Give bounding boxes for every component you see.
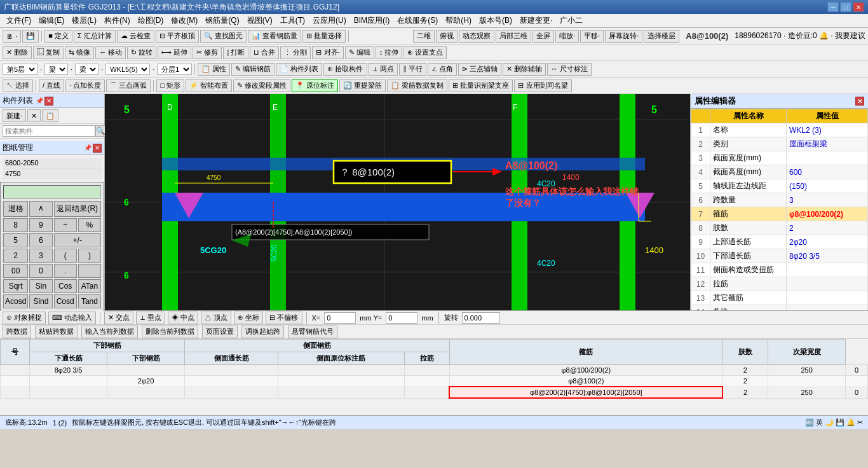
page-mgr-pin[interactable]: 📌 — [84, 144, 92, 151]
data-cell-1-9[interactable] — [846, 376, 868, 387]
attr-cell-8-2[interactable]: 2φ20 — [787, 235, 868, 249]
rotate-input[interactable] — [462, 312, 500, 324]
layer-select[interactable]: 分层1 — [157, 64, 192, 75]
calc-btn-tand[interactable]: Tand — [78, 294, 101, 308]
attr-cell-13-2[interactable] — [787, 305, 868, 311]
btn-perp[interactable]: ⊥ 垂点 — [136, 312, 165, 324]
calc-btn-sqrt[interactable]: Sqrt — [3, 279, 28, 293]
data-cell-1-0[interactable] — [1, 376, 30, 387]
calc-btn-6[interactable]: 6 — [29, 233, 52, 247]
calc-btn-9[interactable]: 9 — [29, 218, 52, 232]
menu-item-q[interactable]: 钢筋量(Q) — [201, 14, 243, 27]
btn-point-len[interactable]: · 点加长度 — [65, 79, 105, 92]
wkl-select[interactable]: WKL5(5) — [105, 64, 150, 75]
btn-paste-span[interactable]: 粘贴跨数据 — [35, 326, 78, 338]
data-cell-0-4[interactable] — [278, 365, 404, 376]
btn-select[interactable]: ↖ 选择 — [3, 79, 33, 92]
attr-cell-1-2[interactable]: 屋面框架梁 — [787, 137, 868, 151]
calc-btn-8[interactable]: 8 — [3, 218, 28, 232]
search-input[interactable] — [3, 125, 95, 137]
attr-cell-11-2[interactable] — [787, 277, 868, 291]
data-cell-2-0[interactable] — [1, 387, 30, 398]
btn-copy[interactable]: ⿺ 复制 — [33, 46, 64, 59]
menu-item-t[interactable]: 工具(T) — [276, 14, 309, 27]
calc-btn-return[interactable]: 返回结果(R) — [54, 201, 101, 217]
data-cell-2-4[interactable] — [278, 387, 404, 398]
floor-select[interactable]: 第5层 — [3, 64, 37, 75]
comp-list-close[interactable]: ✕ — [44, 97, 53, 106]
minimize-button[interactable]: ─ — [827, 2, 839, 12]
btn-new-comp[interactable]: 新建· — [3, 109, 26, 122]
data-cell-1-7[interactable]: 2 — [722, 376, 768, 387]
btn-three-axis[interactable]: ⊳ 三点辅轴 — [458, 63, 501, 76]
calc-btn-backspace[interactable]: 退格 — [3, 201, 28, 217]
data-cell-1-6[interactable]: φ8@100(2) — [449, 376, 722, 387]
data-cell-2-8[interactable]: 250 — [768, 387, 846, 398]
attr-cell-0-2[interactable]: WKL2 (3) — [787, 123, 868, 137]
drawing-area[interactable]: 5 5 D E F 6 6 5CG20 4C20 4C20 5C20 ？ 8@1… — [105, 94, 690, 310]
calc-btn-close[interactable]: ) — [78, 249, 101, 263]
data-cell-0-5[interactable] — [404, 365, 449, 376]
menu-item-f[interactable]: 文件(F) — [3, 14, 35, 27]
close-button[interactable]: ✕ — [853, 2, 864, 12]
toolbar-btn-new[interactable]: 🗎 · — [3, 30, 21, 43]
calc-btn-div[interactable]: ÷ — [54, 218, 77, 232]
btn-no-offset[interactable]: ⊟ 不偏移 — [266, 312, 302, 324]
calc-btn-acosd[interactable]: Acosd — [3, 294, 28, 308]
btn-dynamic-input[interactable]: ⌨ 动态输入 — [48, 312, 96, 324]
calc-btn-00[interactable]: 00 — [3, 264, 28, 278]
calc-btn-plusminus[interactable]: +/- — [54, 233, 101, 247]
menu-item-d[interactable]: 绘图(D) — [134, 14, 168, 27]
btn-del-comp[interactable]: ✕ — [27, 109, 41, 122]
btn-batch-seat[interactable]: ⊞ 批量识别梁支座 — [449, 79, 513, 92]
attr-close-btn[interactable]: ✕ — [855, 97, 864, 106]
attr-cell-6-2[interactable]: φ8@100/200(2) — [787, 207, 868, 221]
menu-item-v[interactable]: 视图(V) — [243, 14, 276, 27]
btn-edit[interactable]: ✎ 编辑 — [345, 46, 374, 59]
attr-cell-9-2[interactable]: 8φ20 3/5 — [787, 249, 868, 263]
btn-merge[interactable]: ⊔ 合并 — [250, 46, 279, 59]
btn-line[interactable]: / 直线 — [39, 79, 64, 92]
menu-item-[interactable]: 广小二 — [556, 14, 587, 27]
btn-extend[interactable]: ⟼ 延伸 — [158, 46, 191, 59]
toolbar-btn-cloud-check[interactable]: ☁ 云检查 — [117, 30, 154, 43]
btn-parallel[interactable]: ∥ 平行 — [399, 63, 426, 76]
btn-coord[interactable]: ⊕ 坐标 — [234, 312, 263, 324]
data-cell-0-7[interactable]: 2 — [722, 365, 768, 376]
toolbar-btn-select-floor[interactable]: 选择楼层 — [644, 30, 679, 43]
btn-in-situ[interactable]: 📍 原位标注 — [292, 79, 338, 92]
data-cell-0-9[interactable]: 0 — [846, 365, 868, 376]
attr-cell-10-2[interactable] — [787, 263, 868, 277]
btn-stretch[interactable]: ↕ 拉伸 — [376, 46, 403, 59]
calc-btn-dot[interactable]: . — [54, 264, 77, 278]
btn-copy-comp[interactable]: 📋 — [42, 109, 58, 122]
data-cell-0-8[interactable]: 250 — [768, 365, 846, 376]
btn-two-point[interactable]: ⊥ 两点 — [369, 63, 398, 76]
toolbar-btn-zoom[interactable]: 缩放· — [555, 30, 579, 43]
data-cell-2-3[interactable] — [185, 387, 278, 398]
menu-item-u[interactable]: 云应用(U) — [309, 14, 350, 27]
calc-btn-pct[interactable]: % — [78, 218, 101, 232]
toolbar-btn-find[interactable]: 🔍 查找图元 — [200, 30, 247, 43]
btn-del-axis[interactable]: ✕ 删除辅轴 — [503, 63, 546, 76]
btn-split[interactable]: ⋮ 分割 — [280, 46, 311, 59]
toolbar-btn-fullscreen[interactable]: 全屏 — [532, 30, 554, 43]
btn-trim[interactable]: ✂ 修剪 — [193, 46, 222, 59]
calc-btn-sind[interactable]: Sind — [29, 294, 52, 308]
menu-item-bimi[interactable]: BIM应用(I) — [350, 14, 394, 27]
calc-btn-5[interactable]: 5 — [3, 233, 28, 247]
btn-move[interactable]: ↔ 移动 — [95, 46, 126, 59]
data-cell-0-6[interactable]: φ8@100/200(2) — [449, 365, 722, 376]
btn-intersect[interactable]: ✕ 交点 — [104, 312, 133, 324]
y-input[interactable] — [386, 312, 417, 324]
calc-btn-3[interactable]: 3 — [29, 249, 52, 263]
btn-cant-rebar[interactable]: 悬臂钢筋代号 — [288, 326, 337, 338]
toolbar-btn-save[interactable]: 💾 — [22, 30, 39, 43]
calc-btn-cos[interactable]: Cos — [54, 279, 77, 293]
calc-btn-0[interactable]: 0 — [29, 264, 52, 278]
btn-copy-rebar[interactable]: 📋 梁筋数据复制 — [387, 79, 447, 92]
menu-item-s[interactable]: 在线服务(S) — [393, 14, 442, 27]
data-cell-1-1[interactable] — [30, 376, 107, 387]
attr-cell-2-2[interactable] — [787, 151, 868, 165]
btn-del-col[interactable]: 删除当前列数据 — [142, 326, 198, 338]
